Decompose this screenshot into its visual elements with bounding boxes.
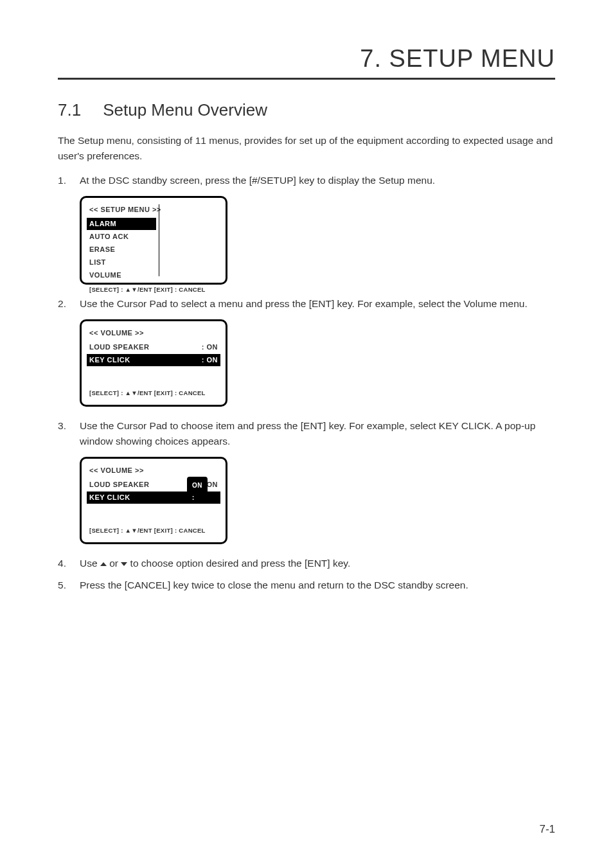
menu-item-auto-ack: AUTO ACK — [87, 231, 156, 243]
popup-on: ON — [187, 477, 208, 495]
row3-loud-speaker-label: LOUD SPEAKER — [89, 479, 149, 490]
step-3-text: Use the Cursor Pad to choose item and pr… — [80, 420, 535, 447]
screen2-title: << VOLUME >> — [87, 328, 220, 339]
row-key-click: KEY CLICK : ON — [87, 354, 220, 366]
section-heading: 7.1Setup Menu Overview — [58, 100, 555, 120]
page-number: 7-1 — [539, 823, 555, 836]
step-4: Use or to choose option desired and pres… — [58, 556, 555, 571]
step-5: Press the [CANCEL] key twice to close th… — [58, 578, 555, 593]
screen-volume-popup: << VOLUME >> LOUD SPEAKER : ON KEY CLICK… — [80, 457, 227, 544]
step-4-text-a: Use — [80, 558, 100, 569]
down-arrow-icon — [121, 562, 127, 566]
screen1-title: << SETUP MENU >> — [87, 204, 220, 215]
menu-item-erase: ERASE — [87, 244, 156, 256]
step-1: At the DSC standby screen, press the [#/… — [58, 173, 555, 285]
step-list: At the DSC standby screen, press the [#/… — [58, 173, 555, 593]
screen1-help: [SELECT] : ▲▼/ENT [EXIT] : CANCEL — [87, 285, 220, 295]
menu-item-alarm: ALARM — [87, 218, 156, 230]
row-key-click-label: KEY CLICK — [89, 355, 130, 366]
step-4-text-b: or — [107, 558, 121, 569]
screen-volume-menu: << VOLUME >> LOUD SPEAKER : ON KEY CLICK… — [80, 319, 227, 407]
intro-paragraph: The Setup menu, consisting of 11 menus, … — [58, 133, 555, 164]
section-title: Setup Menu Overview — [103, 100, 267, 120]
step-2: Use the Cursor Pad to select a menu and … — [58, 296, 555, 407]
row3-key-click-label: KEY CLICK — [89, 492, 130, 503]
step-4-text-c: to choose option desired and press the [… — [127, 558, 350, 569]
up-arrow-icon — [100, 562, 107, 566]
menu-item-volume: VOLUME — [87, 269, 156, 281]
step-5-text: Press the [CANCEL] key twice to close th… — [80, 580, 468, 590]
row-loud-speaker-value: : ON — [202, 342, 218, 353]
screen-setup-menu: << SETUP MENU >> ALARM AUTO ACK ERASE LI… — [80, 196, 227, 285]
step-2-text: Use the Cursor Pad to select a menu and … — [80, 298, 528, 309]
step-1-text: At the DSC standby screen, press the [#/… — [80, 175, 435, 186]
screen2-help: [SELECT] : ▲▼/ENT [EXIT] : CANCEL — [87, 389, 220, 398]
row-loud-speaker: LOUD SPEAKER : ON — [87, 341, 220, 353]
menu-item-list: LIST — [87, 256, 156, 269]
screen1-divider — [159, 204, 159, 276]
section-number: 7.1 — [58, 100, 81, 120]
step-3: Use the Cursor Pad to choose item and pr… — [58, 418, 555, 544]
chapter-title: 7. SETUP MENU — [58, 45, 555, 80]
screen3-title: << VOLUME >> — [87, 465, 220, 476]
screen3-help: [SELECT] : ▲▼/ENT [EXIT] : CANCEL — [87, 526, 220, 536]
row-key-click-value: : ON — [202, 355, 218, 366]
row-loud-speaker-label: LOUD SPEAKER — [89, 342, 149, 353]
